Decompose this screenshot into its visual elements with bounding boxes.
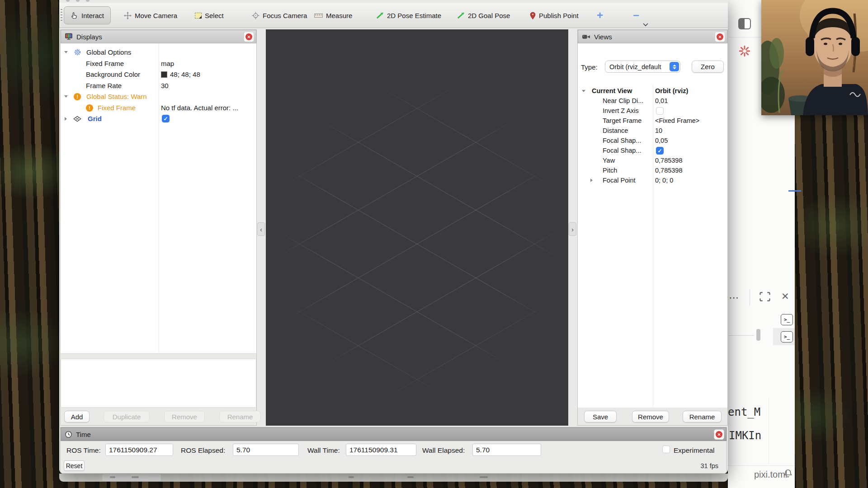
- save-view-button[interactable]: Save: [584, 411, 617, 422]
- tree-row-fixed-frame[interactable]: Fixed Frame map: [61, 58, 256, 69]
- tree-row-target-frame[interactable]: Target Frame <Fixed Frame>: [578, 116, 727, 126]
- wall-time-input[interactable]: [346, 444, 416, 456]
- remove-view-button[interactable]: Remove: [632, 411, 669, 422]
- rename-view-button[interactable]: Rename: [683, 411, 722, 422]
- window-control-dot[interactable]: [86, 0, 90, 2]
- time-panel-header[interactable]: Time ✕: [61, 427, 726, 441]
- tool-measure[interactable]: Measure: [314, 6, 352, 24]
- toolbar-drag-handle[interactable]: [61, 9, 62, 23]
- wall-elapsed-input[interactable]: [472, 444, 541, 456]
- close-icon[interactable]: ✕: [715, 32, 725, 42]
- duplicate-display-button[interactable]: Duplicate: [104, 411, 150, 422]
- tool-select[interactable]: Select: [195, 6, 224, 24]
- tree-row-current-view[interactable]: Current View Orbit (rviz): [578, 86, 727, 96]
- tree-row-near-clip[interactable]: Near Clip Di... 0,01: [578, 96, 727, 106]
- terminal-icon[interactable]: >_: [781, 331, 793, 343]
- row-value[interactable]: 0,05: [655, 137, 668, 144]
- row-value[interactable]: map: [161, 60, 174, 67]
- row-value[interactable]: 30: [161, 82, 169, 89]
- row-label: Global Status: Warn: [86, 93, 147, 100]
- close-icon[interactable]: ✕: [714, 429, 724, 440]
- green-arrow-icon: [376, 12, 384, 19]
- row-value[interactable]: 0; 0; 0: [655, 177, 673, 184]
- dock-glyph: [132, 476, 139, 478]
- chevron-right-icon[interactable]: [65, 117, 67, 121]
- tool-move-camera[interactable]: Move Camera: [124, 6, 177, 24]
- tool-label: Focus Camera: [263, 12, 307, 19]
- sidebar-toggle-icon[interactable]: [738, 18, 751, 29]
- chevron-down-icon[interactable]: [64, 95, 68, 98]
- grid-enabled-checkbox[interactable]: [162, 115, 170, 122]
- tree-row-frame-rate[interactable]: Frame Rate 30: [61, 80, 256, 91]
- chevron-down-icon[interactable]: [582, 90, 585, 92]
- close-panel-icon[interactable]: ✕: [781, 291, 789, 302]
- wall-time-label: Wall Time:: [307, 446, 340, 455]
- panel-title: Time: [76, 431, 91, 438]
- desktop: ⋯ ✕ >_ >_ ent_M IMKIn pixi.toml: [0, 0, 868, 488]
- chevron-down-icon[interactable]: [642, 23, 649, 27]
- status-file-name[interactable]: pixi.toml: [754, 469, 787, 480]
- tool-2d-pose-estimate[interactable]: 2D Pose Estimate: [376, 6, 441, 24]
- displays-panel-header[interactable]: Displays ✕: [61, 30, 256, 43]
- tree-row-yaw[interactable]: Yaw 0,785398: [578, 155, 727, 165]
- tree-row-background-color[interactable]: Background Color 48; 48; 48: [61, 69, 256, 80]
- tree-row-global-options[interactable]: Global Options: [61, 47, 256, 58]
- scrollbar-thumb[interactable]: [756, 329, 760, 341]
- dock-glyph: [349, 476, 354, 478]
- camera-icon: [582, 34, 590, 40]
- close-icon[interactable]: ✕: [244, 32, 254, 42]
- view-type-dropdown[interactable]: Orbit (rviz_default: [605, 61, 680, 73]
- viewport-grid: [266, 29, 568, 426]
- tree-row-focal-shape-fixed[interactable]: Focal Shap...: [578, 145, 727, 155]
- collapse-right-panel-handle[interactable]: ›: [569, 222, 576, 236]
- window-control-dot[interactable]: [66, 0, 70, 2]
- map-pin-icon: [530, 12, 536, 19]
- divider: [729, 37, 764, 38]
- row-label: Fixed Frame: [86, 60, 124, 67]
- tree-row-pitch[interactable]: Pitch 0,785398: [578, 165, 727, 175]
- warning-icon: !: [86, 104, 93, 112]
- remove-display-button[interactable]: Remove: [164, 411, 205, 422]
- tree-row-focal-shape-size[interactable]: Focal Shap... 0,05: [578, 136, 727, 145]
- tree-row-global-status[interactable]: ! Global Status: Warn: [61, 91, 256, 102]
- focal-shape-checkbox[interactable]: [656, 147, 664, 155]
- text-cursor-line: [788, 190, 801, 192]
- collapse-left-panel-handle[interactable]: ‹: [257, 222, 265, 236]
- ros-elapsed-input[interactable]: [233, 444, 299, 456]
- tree-row-invert-z[interactable]: Invert Z Axis: [578, 106, 727, 116]
- terminal-icon[interactable]: >_: [781, 314, 793, 325]
- render-viewport[interactable]: [266, 29, 568, 426]
- ros-time-input[interactable]: [105, 444, 173, 456]
- maximize-panel-icon[interactable]: [760, 292, 770, 301]
- tool-focus-camera[interactable]: Focus Camera: [252, 6, 307, 24]
- row-value[interactable]: 10: [655, 127, 662, 134]
- row-value[interactable]: 0,785398: [655, 167, 682, 174]
- tool-publish-point[interactable]: Publish Point: [530, 6, 579, 24]
- row-value[interactable]: 48; 48; 48: [161, 70, 200, 78]
- window-control-dot[interactable]: [76, 0, 80, 2]
- tool-2d-goal-pose[interactable]: 2D Goal Pose: [457, 6, 510, 24]
- remove-tool-button[interactable]: −: [633, 6, 639, 24]
- row-value[interactable]: <Fixed Frame>: [655, 117, 699, 124]
- row-value[interactable]: 0,01: [655, 97, 668, 104]
- experimental-checkbox[interactable]: [662, 446, 670, 453]
- row-label: Current View: [592, 87, 632, 94]
- tree-row-focal-point[interactable]: Focal Point 0; 0; 0: [578, 175, 727, 185]
- row-value[interactable]: 0,785398: [655, 157, 682, 164]
- add-display-button[interactable]: Add: [64, 411, 90, 422]
- chevron-down-icon[interactable]: [64, 51, 68, 53]
- bell-icon[interactable]: [783, 469, 793, 479]
- reset-button[interactable]: Reset: [64, 460, 85, 471]
- zero-button[interactable]: Zero: [692, 61, 724, 73]
- chevron-right-icon[interactable]: [590, 178, 593, 182]
- more-actions-icon[interactable]: ⋯: [729, 292, 740, 304]
- tree-row-fixed-frame-warning[interactable]: ! Fixed Frame No tf data. Actual error: …: [61, 102, 256, 113]
- move-arrows-icon: [124, 12, 132, 19]
- invert-z-checkbox[interactable]: [656, 107, 664, 115]
- tree-row-distance[interactable]: Distance 10: [578, 126, 727, 136]
- tool-interact[interactable]: Interact: [64, 6, 111, 24]
- add-tool-button[interactable]: +: [597, 6, 603, 24]
- views-panel-header[interactable]: Views ✕: [578, 30, 727, 43]
- tree-row-grid[interactable]: Grid: [61, 113, 256, 124]
- rename-display-button[interactable]: Rename: [219, 411, 261, 422]
